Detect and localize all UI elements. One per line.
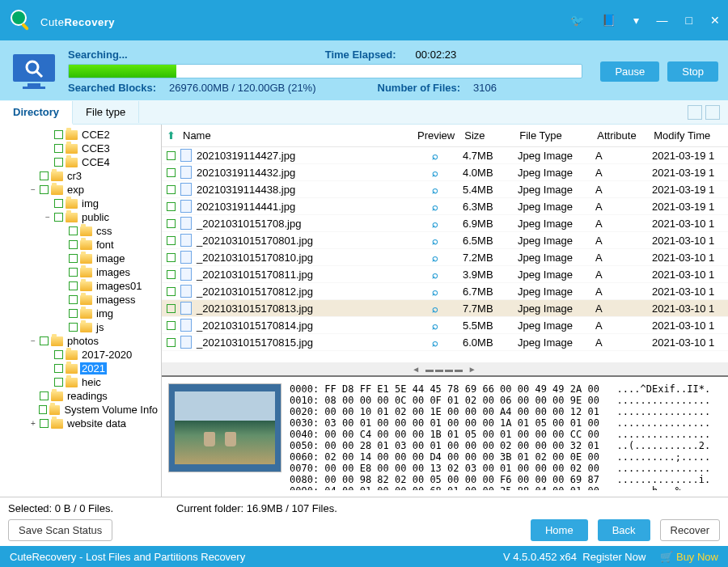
tree-item[interactable]: img	[2, 197, 159, 210]
checkbox-icon[interactable]	[167, 151, 176, 160]
col-size[interactable]: Size	[459, 128, 514, 143]
preview-icon[interactable]: ⌕	[432, 218, 438, 230]
file-table[interactable]: ⬆Name Preview Size File Type Attribute M…	[162, 125, 728, 362]
checkbox-icon[interactable]	[167, 270, 176, 279]
checkbox-icon[interactable]	[54, 364, 63, 373]
col-preview[interactable]: Preview	[413, 128, 459, 143]
preview-icon[interactable]: ⌕	[432, 303, 438, 315]
file-row[interactable]: _2021031015170810.jpg⌕7.2MBJpeg ImageA20…	[162, 249, 728, 266]
file-row[interactable]: 20210319114438.jpg⌕5.4MBJpeg ImageA2021-…	[162, 181, 728, 198]
tree-item[interactable]: image	[2, 252, 159, 265]
tree-item[interactable]: 2021	[2, 362, 159, 375]
recover-button[interactable]: Recover	[660, 519, 720, 541]
view-grid-icon[interactable]	[688, 105, 702, 120]
checkbox-icon[interactable]	[54, 130, 63, 139]
file-row[interactable]: _2021031015170814.jpg⌕5.5MBJpeg ImageA20…	[162, 317, 728, 334]
tree-item[interactable]: img	[2, 307, 159, 320]
dropdown-icon[interactable]: ▾	[633, 14, 639, 27]
tab-filetype[interactable]: File type	[73, 101, 139, 123]
checkbox-icon[interactable]	[40, 391, 49, 400]
checkbox-icon[interactable]	[167, 219, 176, 228]
checkbox-icon[interactable]	[69, 268, 78, 277]
col-modify[interactable]: Modify Time	[649, 128, 725, 143]
file-row[interactable]: _2021031015170801.jpg⌕6.5MBJpeg ImageA20…	[162, 232, 728, 249]
preview-icon[interactable]: ⌕	[432, 150, 438, 162]
checkbox-icon[interactable]	[167, 168, 176, 177]
preview-icon[interactable]: ⌕	[432, 201, 438, 213]
checkbox-icon[interactable]	[40, 336, 49, 345]
preview-icon[interactable]: ⌕	[432, 336, 438, 349]
tree-item[interactable]: images01	[2, 279, 159, 293]
tree-item[interactable]: readings	[2, 389, 159, 403]
checkbox-icon[interactable]	[40, 185, 49, 194]
checkbox-icon[interactable]	[69, 295, 78, 304]
buy-link[interactable]: 🛒 Buy Now	[660, 551, 718, 563]
save-scan-button[interactable]: Save Scan Status	[8, 519, 112, 541]
checkbox-icon[interactable]	[39, 405, 47, 414]
checkbox-icon[interactable]	[54, 158, 63, 167]
checkbox-icon[interactable]	[69, 309, 78, 318]
checkbox-icon[interactable]	[69, 240, 78, 249]
checkbox-icon[interactable]	[167, 253, 176, 262]
tree-item[interactable]: −public	[2, 210, 159, 224]
checkbox-icon[interactable]	[167, 321, 176, 330]
twitter-icon[interactable]: 🐦	[570, 14, 584, 27]
file-row[interactable]: _2021031015170815.jpg⌕6.0MBJpeg ImageA20…	[162, 334, 728, 351]
checkbox-icon[interactable]	[167, 236, 176, 245]
checkbox-icon[interactable]	[40, 419, 49, 428]
checkbox-icon[interactable]	[69, 226, 78, 235]
tree-item[interactable]: −photos	[2, 334, 159, 348]
checkbox-icon[interactable]	[167, 338, 176, 347]
tree-item[interactable]: System Volume Info	[2, 403, 159, 417]
tree-item[interactable]: CCE3	[2, 142, 159, 155]
tree-item[interactable]: −exp	[2, 183, 159, 197]
checkbox-icon[interactable]	[69, 323, 78, 332]
checkbox-icon[interactable]	[54, 199, 63, 208]
facebook-icon[interactable]: 📘	[602, 14, 616, 27]
register-link[interactable]: Register Now	[582, 551, 645, 563]
tree-item[interactable]: imagess	[2, 293, 159, 307]
preview-icon[interactable]: ⌕	[432, 235, 438, 247]
checkbox-icon[interactable]	[167, 202, 176, 211]
maximize-icon[interactable]: □	[686, 14, 692, 27]
file-row[interactable]: _2021031015170811.jpg⌕3.9MBJpeg ImageA20…	[162, 266, 728, 283]
preview-icon[interactable]: ⌕	[432, 252, 438, 264]
tree-item[interactable]: js	[2, 320, 159, 334]
close-icon[interactable]: ✕	[710, 14, 720, 27]
checkbox-icon[interactable]	[69, 281, 78, 290]
preview-icon[interactable]: ⌕	[432, 167, 438, 179]
stop-button[interactable]: Stop	[667, 61, 718, 82]
file-row[interactable]: 20210319114427.jpg⌕4.7MBJpeg ImageA2021-…	[162, 147, 728, 164]
checkbox-icon[interactable]	[69, 254, 78, 263]
tree-item[interactable]: cr3	[2, 169, 159, 183]
tree-item[interactable]: images	[2, 265, 159, 279]
col-attribute[interactable]: Attribute	[592, 128, 649, 143]
tree-item[interactable]: heic	[2, 375, 159, 389]
tree-item[interactable]: CCE4	[2, 155, 159, 169]
tree-item[interactable]: 2017-2020	[2, 348, 159, 362]
preview-icon[interactable]: ⌕	[432, 269, 438, 281]
checkbox-icon[interactable]	[54, 144, 63, 153]
col-type[interactable]: File Type	[514, 128, 592, 143]
home-button[interactable]: Home	[531, 519, 588, 541]
pause-button[interactable]: Pause	[600, 61, 659, 82]
file-row[interactable]: _2021031015170812.jpg⌕6.7MBJpeg ImageA20…	[162, 283, 728, 300]
view-list-icon[interactable]	[705, 105, 720, 120]
preview-icon[interactable]: ⌕	[432, 319, 438, 332]
checkbox-icon[interactable]	[167, 185, 176, 194]
checkbox-icon[interactable]	[54, 350, 63, 359]
tab-directory[interactable]: Directory	[0, 101, 73, 125]
checkbox-icon[interactable]	[40, 171, 49, 180]
file-row[interactable]: _20210310151708.jpg⌕6.9MBJpeg ImageA2021…	[162, 215, 728, 232]
h-scrollbar[interactable]: ◄ ▬▬▬▬ ►	[162, 362, 728, 375]
checkbox-icon[interactable]	[167, 304, 176, 313]
sort-up-icon[interactable]: ⬆	[167, 129, 178, 142]
minimize-icon[interactable]: —	[657, 14, 668, 27]
tree-item[interactable]: css	[2, 224, 159, 238]
checkbox-icon[interactable]	[54, 378, 63, 387]
preview-icon[interactable]: ⌕	[432, 184, 438, 196]
file-row[interactable]: 20210319114432.jpg⌕4.0MBJpeg ImageA2021-…	[162, 164, 728, 181]
file-row[interactable]: 20210319114441.jpg⌕6.3MBJpeg ImageA2021-…	[162, 198, 728, 215]
preview-icon[interactable]: ⌕	[432, 286, 438, 298]
checkbox-icon[interactable]	[54, 213, 63, 222]
